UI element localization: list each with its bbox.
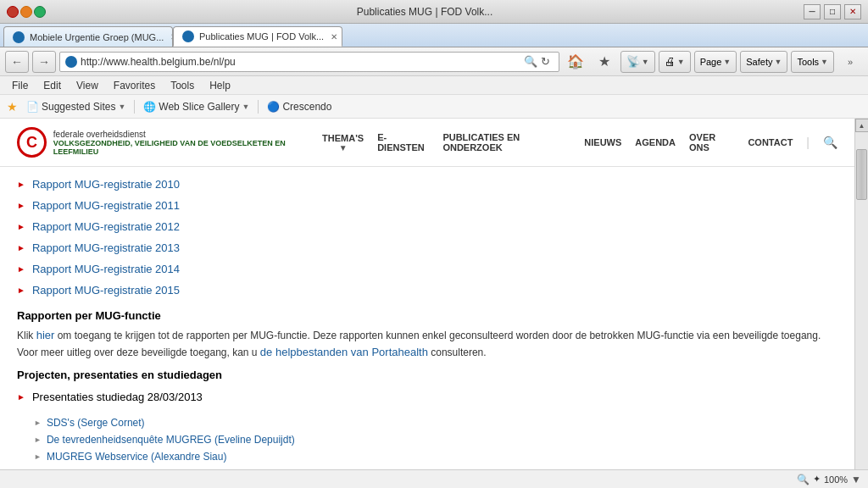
logo-top-text: federale overheidsdienst	[53, 130, 322, 139]
report-bullet-0: ►	[17, 180, 25, 189]
logo-circle: C	[17, 127, 47, 158]
maximize-button[interactable]: □	[824, 4, 841, 19]
scroll-track[interactable]	[855, 132, 868, 474]
tab-2-label: Publicaties MUG | FOD Volk...	[199, 31, 324, 42]
nav-separator: |	[806, 136, 810, 149]
sub-bullet-1: ►	[34, 435, 42, 444]
window-title: Publicaties MUG | FOD Volk...	[46, 6, 804, 18]
portahealth-link[interactable]: de helpbestanden van Portahealth	[260, 346, 428, 358]
report-bullet-3: ►	[17, 243, 25, 252]
address-text: http://www.health.belgium.be/nl/pu	[81, 56, 523, 68]
crescendo-item[interactable]: 🔵 Crescendo	[264, 99, 335, 114]
menu-edit[interactable]: Edit	[36, 78, 68, 93]
menu-favorites[interactable]: Favorites	[107, 78, 162, 93]
menu-file[interactable]: File	[5, 78, 35, 93]
address-input-wrap[interactable]: http://www.health.belgium.be/nl/pu 🔍 ↻	[59, 52, 559, 72]
studiedag-label: Presentaties studiedag 28/03/2013	[32, 391, 203, 403]
address-bar: ← → http://www.health.belgium.be/nl/pu 🔍…	[0, 47, 868, 76]
nav-nieuws[interactable]: NIEUWS	[584, 137, 621, 147]
section1-title: Rapporten per MUG-functie	[17, 309, 837, 322]
crescendo-label: Crescendo	[282, 101, 331, 113]
sub-item-1: ► De tevredenheidsenquête MUGREG (Evelin…	[34, 431, 837, 448]
scroll-up-button[interactable]: ▲	[855, 119, 869, 132]
crescendo-icon: 🔵	[267, 101, 280, 113]
studiedag-bullet: ►	[17, 392, 25, 402]
tab-2[interactable]: Publicaties MUG | FOD Volk... ✕	[173, 26, 342, 47]
logo-bottom-text: VOLKSGEZONDHEID, VEILIGHEID VAN DE VOEDS…	[53, 139, 322, 156]
rss-dropdown-arrow: ▼	[642, 58, 649, 66]
tab-1-icon	[13, 31, 25, 43]
report-item-4: ► Rapport MUG-registratie 2014	[17, 258, 837, 280]
sub-item-0: ► SDS's (Serge Cornet)	[34, 414, 837, 431]
home-button[interactable]: 🏠	[563, 51, 588, 73]
report-link-5[interactable]: Rapport MUG-registratie 2015	[32, 284, 180, 297]
refresh-button[interactable]: ↻	[538, 54, 554, 69]
report-link-2[interactable]: Rapport MUG-registratie 2012	[32, 220, 180, 233]
studiedag-list: ► Presentaties studiedag 28/03/2013	[17, 386, 837, 408]
report-link-4[interactable]: Rapport MUG-registratie 2014	[32, 263, 180, 275]
address-search-icon[interactable]: 🔍	[523, 54, 538, 69]
site-logo: C federale overheidsdienst VOLKSGEZONDHE…	[17, 127, 322, 158]
tab-2-icon	[182, 30, 194, 42]
suggested-sites-item[interactable]: 📄 Suggested Sites ▼	[23, 99, 129, 114]
section1-text-end: consulteren.	[428, 347, 487, 358]
report-item-1: ► Rapport MUG-registratie 2011	[17, 195, 837, 216]
menu-bar: File Edit View Favorites Tools Help	[0, 76, 868, 95]
fav-sep-1	[134, 100, 135, 114]
close-button[interactable]: ✕	[844, 4, 861, 19]
favorites-bar: ★ 📄 Suggested Sites ▼ 🌐 Web Slice Galler…	[0, 95, 868, 119]
tab-2-close[interactable]: ✕	[331, 30, 337, 42]
report-bullet-1: ►	[17, 201, 25, 210]
sub-link-0[interactable]: SDS's (Serge Cornet)	[47, 417, 145, 429]
report-link-3[interactable]: Rapport MUG-registratie 2013	[32, 241, 180, 254]
suggested-sites-label: Suggested Sites	[42, 101, 115, 113]
tools-button[interactable]: Tools ▼	[791, 51, 834, 73]
menu-tools[interactable]: Tools	[164, 78, 201, 93]
suggested-sites-icon: 📄	[26, 101, 39, 113]
nav-ediensten[interactable]: E-DIENSTEN	[377, 132, 429, 152]
menu-help[interactable]: Help	[203, 78, 237, 93]
web-slice-gallery-item[interactable]: 🌐 Web Slice Gallery ▼	[140, 99, 253, 114]
page-button[interactable]: Page ▼	[694, 51, 737, 73]
report-link-1[interactable]: Rapport MUG-registratie 2011	[32, 199, 180, 212]
nav-agenda[interactable]: AGENDA	[635, 137, 676, 147]
toolbar-right: 🏠 ★ 📡 ▼ 🖨 ▼ Page ▼ Safety ▼ Tools ▼ »	[563, 51, 863, 73]
sub-link-1[interactable]: De tevredenheidsenquête MUGREG (Eveline …	[47, 434, 295, 446]
report-bullet-5: ►	[17, 286, 25, 295]
sub-link-2[interactable]: MUGREG Webservice (Alexandre Siau)	[47, 451, 227, 463]
forward-button[interactable]: →	[32, 51, 56, 73]
report-bullet-2: ►	[17, 222, 25, 231]
back-button[interactable]: ←	[5, 51, 29, 73]
rss-button[interactable]: 📡 ▼	[620, 51, 655, 73]
main-layout: C federale overheidsdienst VOLKSGEZONDHE…	[0, 119, 868, 488]
nav-themas-label: THEMA'S	[322, 133, 364, 143]
status-bar: 🔍 ✦ 100% ▼	[0, 469, 868, 488]
page-dropdown-arrow: ▼	[723, 58, 731, 66]
safety-label: Safety	[746, 57, 772, 67]
favorites-star-button[interactable]: ★	[592, 51, 617, 73]
minimize-button[interactable]: ─	[804, 4, 821, 19]
nav-publicaties[interactable]: PUBLICATIES EN ONDERZOEK	[442, 132, 570, 152]
nav-search-icon[interactable]: 🔍	[823, 136, 837, 149]
safety-dropdown-arrow: ▼	[774, 58, 782, 66]
report-link-0[interactable]: Rapport MUG-registratie 2010	[32, 178, 180, 191]
page-label: Page	[700, 57, 722, 67]
vertical-scrollbar[interactable]: ▲ ▼	[854, 119, 868, 488]
more-tools-button[interactable]: »	[837, 51, 863, 73]
scroll-thumb[interactable]	[856, 149, 867, 200]
zoom-out-button[interactable]: 🔍	[797, 474, 810, 485]
section1-hier-link[interactable]: hier	[36, 329, 55, 341]
site-header: C federale overheidsdienst VOLKSGEZONDHE…	[0, 119, 854, 167]
safety-button[interactable]: Safety ▼	[740, 51, 787, 73]
nav-themas[interactable]: THEMA'S ▼	[322, 133, 364, 152]
print-button[interactable]: 🖨 ▼	[659, 51, 691, 73]
nav-overons[interactable]: OVER ONS	[689, 132, 734, 152]
web-slice-arrow: ▼	[242, 103, 249, 111]
report-item-2: ► Rapport MUG-registratie 2012	[17, 216, 837, 237]
zoom-level: ✦	[813, 474, 821, 485]
nav-contact[interactable]: CONTACT	[748, 137, 793, 147]
tab-1[interactable]: Mobiele Urgentie Groep (MUG... ✕	[3, 26, 173, 47]
menu-view[interactable]: View	[70, 78, 105, 93]
site-security-icon	[65, 56, 77, 68]
zoom-dropdown-button[interactable]: ▼	[851, 474, 861, 485]
